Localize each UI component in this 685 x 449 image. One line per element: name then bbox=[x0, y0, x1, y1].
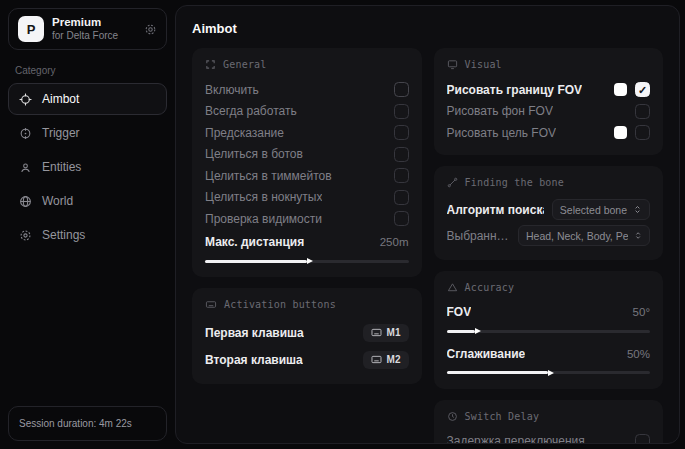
bone-icon bbox=[447, 177, 458, 188]
sidebar-item-settings[interactable]: Settings bbox=[8, 219, 167, 251]
sidebar-item-label: Aimbot bbox=[42, 92, 79, 106]
dropdown-label: Алгоритм поиска костей bbox=[447, 203, 544, 217]
panel-header: Switch Delay bbox=[465, 411, 540, 422]
slider-value: 50° bbox=[633, 306, 650, 318]
license-subtitle: for Delta Force bbox=[52, 30, 118, 42]
trigger-icon bbox=[19, 127, 32, 140]
sidebar-item-trigger[interactable]: Trigger bbox=[8, 117, 167, 149]
second-key-button[interactable]: M2 bbox=[363, 351, 409, 369]
globe-icon bbox=[19, 195, 32, 208]
panel-switch-delay: Switch Delay Задержка переключения Задер… bbox=[434, 400, 664, 445]
key-value: M2 bbox=[387, 354, 401, 365]
panel-general: General Включить Всегда работать Предска… bbox=[192, 48, 422, 277]
checkbox-target-teammates[interactable] bbox=[394, 168, 409, 183]
selected-value: Selected bone bbox=[560, 204, 627, 216]
chevron-up-down-icon bbox=[634, 231, 642, 240]
checkbox-always-work[interactable] bbox=[394, 104, 409, 119]
fov-slider[interactable] bbox=[447, 326, 651, 336]
slider-label: Макс. дистанция bbox=[205, 235, 304, 249]
slider-label: Сглаживание bbox=[447, 347, 526, 361]
keyboard-icon bbox=[371, 355, 382, 364]
toggle-label: Рисовать границу FOV bbox=[447, 83, 583, 97]
scan-icon bbox=[205, 59, 216, 70]
key-label: Первая клавиша bbox=[205, 326, 304, 340]
gear-icon bbox=[19, 229, 32, 242]
license-card: P Premium for Delta Force bbox=[8, 8, 167, 50]
sidebar-item-aimbot[interactable]: Aimbot bbox=[8, 83, 167, 115]
checkbox-enable[interactable] bbox=[394, 82, 409, 97]
sidebar-item-world[interactable]: World bbox=[8, 185, 167, 217]
settings-gear-icon[interactable] bbox=[144, 23, 157, 36]
smoothing-slider[interactable] bbox=[447, 368, 651, 378]
checkbox-target-knocked[interactable] bbox=[394, 190, 409, 205]
fov-border-color-swatch[interactable] bbox=[614, 83, 627, 96]
sidebar: P Premium for Delta Force Category bbox=[0, 0, 175, 449]
sidebar-item-label: Entities bbox=[42, 160, 81, 174]
panel-finding-bone: Finding the bone Алгоритм поиска костей … bbox=[434, 166, 664, 260]
checkbox-draw-fov-target[interactable] bbox=[635, 125, 650, 140]
slider-value: 250m bbox=[380, 236, 409, 248]
toggle-label: Целиться в тиммейтов bbox=[205, 169, 332, 183]
sidebar-item-entities[interactable]: Entities bbox=[8, 151, 167, 183]
panel-header: Activation buttons bbox=[224, 299, 336, 310]
chevron-up-down-icon bbox=[633, 205, 642, 214]
toggle-label: Задержка переключения bbox=[447, 434, 585, 444]
slider-label: FOV bbox=[447, 305, 472, 319]
bone-algorithm-select[interactable]: Selected bone bbox=[552, 199, 650, 220]
selected-bones-select[interactable]: Head, Neck, Body, Pe... bbox=[518, 225, 650, 246]
main-content: Aimbot General Включить Всегда рабо bbox=[175, 5, 680, 444]
toggle-label: Целиться в нокнутых bbox=[205, 190, 322, 204]
panel-header: General bbox=[223, 59, 267, 70]
sidebar-item-label: Trigger bbox=[42, 126, 80, 140]
key-value: M1 bbox=[387, 327, 401, 338]
session-duration: Session duration: 4m 22s bbox=[8, 406, 167, 441]
toggle-label: Целиться в ботов bbox=[205, 147, 303, 161]
triangle-icon bbox=[447, 282, 458, 293]
keyboard-icon bbox=[205, 299, 217, 310]
toggle-label: Рисовать фон FOV bbox=[447, 104, 553, 118]
toggle-label: Рисовать цель FOV bbox=[447, 126, 557, 140]
dropdown-label: Выбранные кости bbox=[447, 229, 511, 243]
checkbox-switch-delay[interactable] bbox=[635, 434, 650, 444]
checkbox-draw-fov-background[interactable] bbox=[635, 104, 650, 119]
category-label: Category bbox=[15, 65, 160, 76]
slider-value: 50% bbox=[627, 348, 650, 360]
license-title: Premium bbox=[52, 16, 118, 30]
toggle-label: Всегда работать bbox=[205, 104, 297, 118]
app-window: P Premium for Delta Force Category bbox=[0, 0, 685, 449]
first-key-button[interactable]: M1 bbox=[363, 324, 409, 342]
key-label: Вторая клавиша bbox=[205, 353, 303, 367]
fov-target-color-swatch[interactable] bbox=[614, 126, 627, 139]
crosshair-icon bbox=[19, 93, 32, 106]
clock-icon bbox=[447, 411, 458, 422]
max-distance-slider[interactable] bbox=[205, 256, 409, 266]
monitor-icon bbox=[447, 59, 458, 70]
panel-accuracy: Accuracy FOV50° Сглаживание50% bbox=[434, 271, 664, 389]
page-title: Aimbot bbox=[176, 6, 679, 48]
toggle-label: Включить bbox=[205, 83, 259, 97]
panel-header: Accuracy bbox=[465, 282, 515, 293]
panel-visual: Visual Рисовать границу FOV Рисовать фон… bbox=[434, 48, 664, 155]
panel-header: Visual bbox=[465, 59, 502, 70]
keyboard-icon bbox=[371, 328, 382, 337]
sidebar-item-label: World bbox=[42, 194, 73, 208]
sidebar-item-label: Settings bbox=[42, 228, 85, 242]
entities-icon bbox=[19, 161, 32, 174]
panel-activation-buttons: Activation buttons Первая клавиша M1 Вто… bbox=[192, 288, 422, 384]
checkbox-visibility-check[interactable] bbox=[394, 211, 409, 226]
sidebar-nav: Aimbot Trigger Entities bbox=[8, 83, 167, 251]
selected-value: Head, Neck, Body, Pe... bbox=[526, 230, 628, 242]
app-logo: P bbox=[18, 16, 44, 42]
toggle-label: Проверка видимости bbox=[205, 212, 322, 226]
panel-header: Finding the bone bbox=[465, 177, 565, 188]
checkbox-target-bots[interactable] bbox=[394, 147, 409, 162]
checkbox-prediction[interactable] bbox=[394, 125, 409, 140]
toggle-label: Предсказание bbox=[205, 126, 284, 140]
checkbox-draw-fov-border[interactable] bbox=[635, 82, 650, 97]
